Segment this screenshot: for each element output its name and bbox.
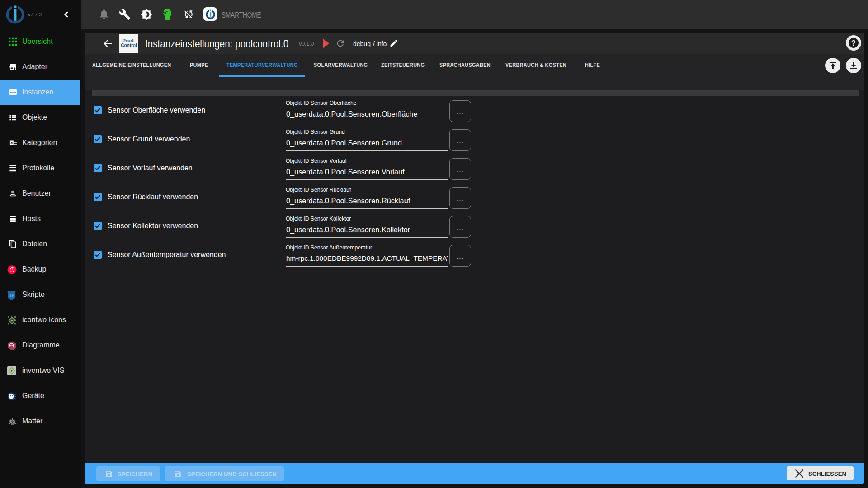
svg-text:JS: JS [9,293,14,298]
svg-text:?: ? [851,39,856,47]
